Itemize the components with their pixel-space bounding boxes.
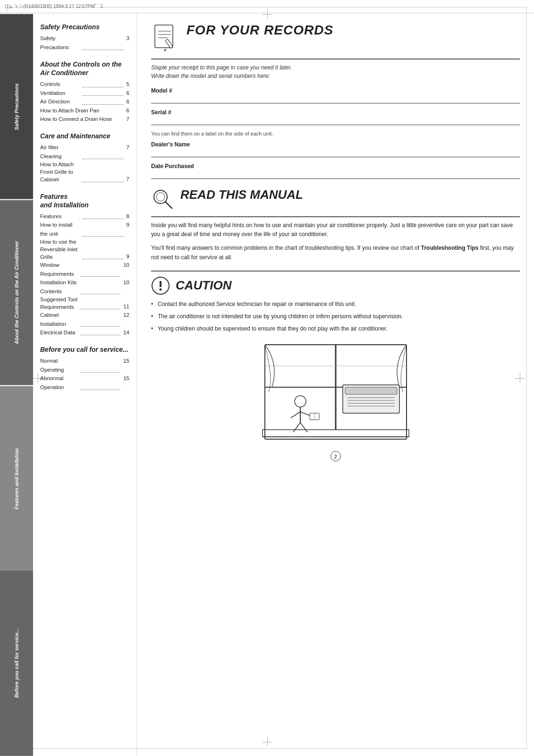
- toc-item: Suggested Tool Requirements 11: [40, 296, 129, 311]
- page-number: 2: [151, 451, 520, 461]
- toc-section-controls: About the Controls on the Air Conditione…: [40, 60, 129, 123]
- header-bar: (1)₂ ˝»‚ˆı (R1400/1800) 1994.9.17 12:57P…: [0, 0, 534, 13]
- toc-item: How to install the unit 9: [40, 221, 129, 238]
- toc-item: Ventilation 6: [40, 89, 129, 97]
- dealer-label: Dealer's Name: [151, 141, 520, 148]
- toc-section-service: Before you call for service... Normal Op…: [40, 345, 129, 391]
- for-records-header: FOR YOUR RECORDS: [151, 23, 520, 59]
- header-text: (1)₂ ˝»‚ˆı (R1400/1800) 1994.9.17 12:57P…: [5, 4, 103, 9]
- svg-line-26: [291, 412, 300, 418]
- records-subtitle: Staple your receipt to this page in case…: [151, 63, 520, 80]
- manual-title: READ THIS MANUAL: [180, 187, 303, 202]
- sidebar: Safety Precautions About the Controls on…: [0, 13, 33, 756]
- toc-item: Air Direction 6: [40, 97, 129, 106]
- svg-point-24: [295, 396, 306, 407]
- toc-section-features: Featuresand Installation Features 8 How …: [40, 192, 129, 337]
- toc-item: How to Attach Drain Pan 6: [40, 106, 129, 115]
- exclamation-icon: [151, 276, 170, 295]
- svg-line-28: [293, 423, 300, 432]
- content-column: FOR YOUR RECORDS Staple your receipt to …: [137, 13, 534, 756]
- magnify-icon: [151, 187, 175, 212]
- svg-rect-10: [160, 281, 161, 287]
- window-illustration: [151, 340, 520, 444]
- sidebar-tab-service[interactable]: Before you call for service...: [0, 571, 33, 756]
- model-label: Model #: [151, 87, 520, 94]
- toc-item: How to Connect a Drain Hose 7: [40, 115, 129, 123]
- serial-underline: [151, 117, 520, 125]
- toc-item: Controls 5: [40, 80, 129, 88]
- serial-label: Serial #: [151, 109, 520, 116]
- caution-item: The air conditioner is not intended for …: [151, 312, 520, 321]
- svg-line-29: [300, 423, 307, 432]
- svg-marker-5: [164, 49, 166, 51]
- toc-item: Abnormal Operation 15: [40, 374, 129, 391]
- sidebar-tab-controls[interactable]: About the Controls on the Air Conditione…: [0, 199, 33, 385]
- toc-title-safety: Safety Precautions: [40, 23, 129, 31]
- serial-field-group: Serial #: [151, 109, 520, 125]
- date-label: Date Purchased: [151, 163, 520, 170]
- toc-column: Safety Precautions Safety Precautions 3 …: [33, 13, 137, 756]
- toc-item: How to use the Reversible Inlet Grille 9: [40, 238, 129, 261]
- model-underline: [151, 95, 520, 103]
- manual-body-1: Inside you will find many helpful hints …: [151, 221, 520, 239]
- dealer-underline: [151, 149, 520, 157]
- read-manual-header: READ THIS MANUAL: [151, 187, 520, 217]
- manual-body-2: You'll find many answers to common probl…: [151, 244, 520, 262]
- svg-rect-19: [345, 387, 397, 394]
- toc-item: Safety Precautions 3: [40, 34, 129, 51]
- caution-section: CAUTION Contact the authorized Service t…: [151, 271, 520, 333]
- sidebar-tab-features[interactable]: Features and Installation: [0, 385, 33, 571]
- toc-item: Window Requirements 10: [40, 261, 129, 278]
- field-note: You can find them on a label on the side…: [151, 131, 520, 136]
- svg-rect-13: [263, 430, 409, 437]
- svg-rect-4: [165, 39, 173, 49]
- toc-item: Normal Operating 15: [40, 357, 129, 374]
- caution-item: Young children should be supervised to e…: [151, 324, 520, 333]
- toc-section-safety: Safety Precautions Safety Precautions 3: [40, 23, 129, 51]
- sidebar-tab-safety[interactable]: Safety Precautions: [0, 13, 33, 199]
- records-title: FOR YOUR RECORDS: [186, 23, 333, 38]
- model-field-group: Model #: [151, 87, 520, 103]
- svg-line-8: [165, 202, 172, 208]
- toc-title-care: Care and Maintenance: [40, 132, 129, 140]
- svg-point-11: [160, 288, 162, 290]
- toc-item: Installation Kits Contents 10: [40, 278, 129, 296]
- toc-item: Air filter Cleaning 7: [40, 143, 129, 161]
- toc-title-controls: About the Controls on the Air Conditione…: [40, 60, 129, 77]
- caution-list: Contact the authorized Service technicia…: [151, 300, 520, 333]
- svg-point-7: [156, 193, 165, 201]
- svg-line-27: [300, 412, 310, 416]
- toc-title-features: Featuresand Installation: [40, 192, 129, 209]
- records-title-block: FOR YOUR RECORDS: [186, 23, 333, 38]
- date-field-group: Date Purchased: [151, 163, 520, 179]
- toc-item: How to Attach Front Grille to Cabinet 7: [40, 161, 129, 183]
- page-number-circle: 2: [331, 451, 341, 461]
- main-content: Safety Precautions Safety Precautions 3 …: [33, 13, 534, 756]
- toc-title-service: Before you call for service...: [40, 345, 129, 354]
- caution-title: CAUTION: [176, 278, 231, 293]
- caution-item: Contact the authorized Service technicia…: [151, 300, 520, 308]
- date-underline: [151, 170, 520, 179]
- toc-item: Electrical Data 14: [40, 328, 129, 337]
- manual-title-block: READ THIS MANUAL: [180, 187, 303, 202]
- toc-item: Features 8: [40, 212, 129, 221]
- dealer-field-group: Dealer's Name: [151, 141, 520, 157]
- toc-item: Cabinet Installation 12: [40, 311, 129, 328]
- toc-section-care: Care and Maintenance Air filter Cleaning…: [40, 132, 129, 183]
- caution-header: CAUTION: [151, 276, 520, 295]
- pencil-icon: [151, 23, 179, 55]
